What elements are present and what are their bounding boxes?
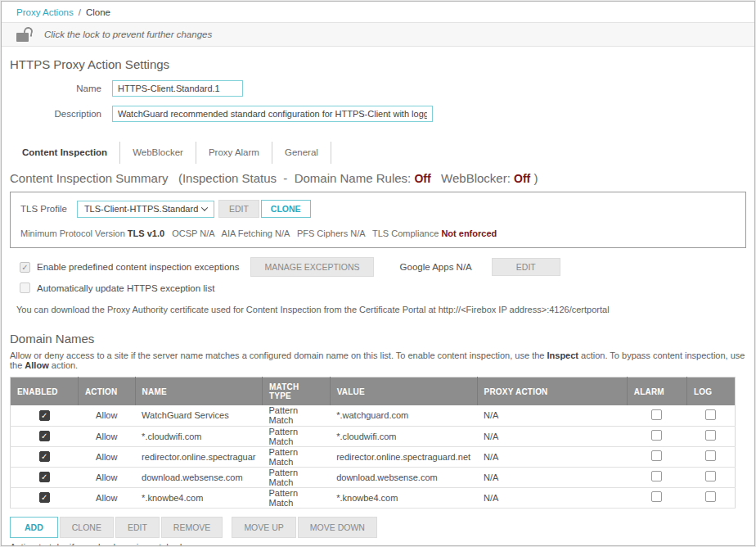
exceptions-section: ✓ Enable predefined content inspection e… — [20, 257, 754, 293]
row-action: Allow — [78, 405, 135, 426]
tab-webblocker[interactable]: WebBlocker — [120, 142, 196, 164]
predefined-exceptions-checkbox[interactable]: ✓ — [20, 262, 30, 273]
breadcrumb: Proxy Actions/Clone — [2, 2, 754, 23]
summary-webblocker-label: WebBlocker: — [431, 171, 514, 185]
table-row[interactable]: ✓AllowWatchGuard ServicesPattern Match*.… — [11, 405, 736, 426]
tab-general[interactable]: General — [272, 142, 331, 164]
row-value: *.knowbe4.com — [330, 487, 477, 508]
row-alarm-checkbox[interactable] — [651, 471, 662, 481]
row-proxy-action: N/A — [477, 426, 627, 446]
table-row[interactable]: ✓Allowdownload.websense.comPattern Match… — [11, 467, 736, 487]
tab-content-inspection[interactable]: Content Inspection — [10, 142, 120, 164]
breadcrumb-separator: / — [79, 7, 81, 17]
inspect-keyword: Inspect — [547, 350, 579, 360]
row-action: Allow — [78, 467, 135, 487]
summary-suffix: ) — [530, 171, 538, 185]
row-value: redirector.online.spectraguard.net — [330, 446, 477, 467]
page-title: HTTPS Proxy Action Settings — [10, 57, 754, 71]
col-alarm: ALARM — [627, 377, 686, 406]
allow-keyword: Allow — [25, 360, 48, 370]
row-enabled-checkbox[interactable]: ✓ — [39, 431, 50, 441]
row-enabled-checkbox[interactable]: ✓ — [39, 472, 50, 482]
clone-button[interactable]: CLONE — [60, 517, 114, 538]
name-label: Name — [2, 84, 112, 93]
name-row: Name — [2, 80, 754, 97]
table-header-row: ENABLED ACTION NAME MATCH TYPE VALUE PRO… — [11, 377, 736, 406]
row-log-checkbox[interactable] — [705, 491, 716, 502]
row-alarm-checkbox[interactable] — [651, 409, 662, 420]
col-value: VALUE — [330, 377, 477, 406]
table-row[interactable]: ✓Allow*.knowbe4.comPattern Match*.knowbe… — [11, 487, 736, 508]
row-name: redirector.online.spectraguar — [135, 446, 262, 467]
row-value: *.cloudwifi.com — [330, 426, 477, 446]
tls-profile-selected-value: TLS-Client-HTTPS.Standard — [84, 204, 198, 214]
row-alarm-checkbox[interactable] — [651, 491, 662, 502]
remove-button[interactable]: REMOVE — [161, 517, 223, 538]
row-name: download.websense.com — [135, 467, 262, 487]
row-name: *.knowbe4.com — [135, 487, 262, 508]
name-input[interactable] — [112, 80, 243, 97]
row-alarm-checkbox[interactable] — [651, 430, 662, 441]
col-match-type: MATCH TYPE — [263, 377, 331, 406]
row-match-type: Pattern Match — [263, 426, 331, 446]
row-value: download.websense.com — [330, 467, 477, 487]
description-row: Description — [2, 106, 754, 122]
edit-button[interactable]: EDIT — [115, 517, 160, 538]
row-alarm-checkbox[interactable] — [651, 450, 662, 461]
webblocker-status: Off — [514, 172, 530, 185]
summary-status-prefix: (Inspection Status - Domain Name Rules: — [168, 171, 414, 185]
row-enabled-checkbox[interactable]: ✓ — [39, 451, 50, 462]
auto-update-exceptions-label: Automatically update HTTPS exception lis… — [37, 283, 214, 293]
move-down-button[interactable]: MOVE DOWN — [298, 517, 377, 538]
row-enabled-checkbox[interactable]: ✓ — [39, 492, 50, 503]
add-button[interactable]: ADD — [10, 517, 58, 538]
row-log-checkbox[interactable] — [705, 450, 716, 461]
table-row[interactable]: ✓Allowredirector.online.spectraguarPatte… — [11, 446, 736, 467]
tls-middle-details: OCSP N/A AIA Fetching N/A PFS Ciphers N/… — [164, 228, 441, 238]
domain-names-table: ENABLED ACTION NAME MATCH TYPE VALUE PRO… — [10, 377, 736, 509]
https-proxy-action-page: Proxy Actions/Clone Click the lock to pr… — [1, 1, 755, 546]
row-action: Allow — [78, 446, 135, 467]
manage-exceptions-button[interactable]: MANAGE EXCEPTIONS — [250, 257, 373, 277]
tls-profile-select[interactable]: TLS-Client-HTTPS.Standard — [77, 201, 214, 218]
row-action: Allow — [78, 426, 135, 446]
row-match-type: Pattern Match — [263, 446, 331, 467]
row-log-checkbox[interactable] — [705, 471, 716, 481]
row-value: *.watchguard.com — [330, 405, 477, 426]
move-up-button[interactable]: MOVE UP — [232, 517, 295, 538]
breadcrumb-proxy-actions-link[interactable]: Proxy Actions — [16, 7, 74, 17]
row-proxy-action: N/A — [477, 467, 627, 487]
tab-bar: Content Inspection WebBlocker Proxy Alar… — [10, 142, 754, 164]
chevron-down-icon — [201, 204, 208, 210]
no-rule-matched-text: Action to take if no rule above is match… — [10, 542, 754, 547]
row-log-checkbox[interactable] — [705, 409, 716, 420]
tls-clone-button[interactable]: CLONE — [261, 200, 311, 218]
col-action: ACTION — [78, 377, 135, 406]
domain-table-body: ✓AllowWatchGuard ServicesPattern Match*.… — [11, 405, 736, 508]
tls-min-protocol-value: TLS v1.0 — [128, 228, 164, 238]
tls-details-line: Minimum Protocol Version TLS v1.0 OCSP N… — [20, 228, 736, 238]
google-apps-edit-button[interactable]: EDIT — [492, 258, 560, 276]
domain-names-title: Domain Names — [10, 332, 754, 346]
row-enabled-checkbox[interactable]: ✓ — [39, 410, 50, 421]
domain-names-description: Allow or deny access to a site if the se… — [10, 350, 746, 370]
tls-profile-label: TLS Profile — [20, 204, 67, 214]
description-input[interactable] — [112, 106, 433, 122]
row-proxy-action: N/A — [477, 446, 627, 467]
col-name: NAME — [135, 377, 262, 406]
predefined-exceptions-label: Enable predefined content inspection exc… — [37, 262, 239, 272]
unlock-icon[interactable] — [16, 27, 36, 43]
row-log-checkbox[interactable] — [705, 430, 716, 441]
auto-update-exceptions-checkbox[interactable] — [20, 283, 30, 293]
row-match-type: Pattern Match — [263, 487, 331, 508]
tab-proxy-alarm[interactable]: Proxy Alarm — [196, 142, 272, 164]
row-action: Allow — [78, 487, 135, 508]
row-proxy-action: N/A — [477, 405, 627, 426]
tls-min-protocol-label: Minimum Protocol Version — [20, 228, 128, 238]
tls-edit-button[interactable]: EDIT — [218, 200, 259, 218]
row-name: *.cloudwifi.com — [135, 426, 262, 446]
domain-table-toolbar: ADD CLONE EDIT REMOVE MOVE UP MOVE DOWN — [10, 517, 754, 538]
table-row[interactable]: ✓Allow*.cloudwifi.comPattern Match*.clou… — [11, 426, 736, 446]
lock-bar: Click the lock to prevent further change… — [2, 23, 754, 47]
tls-compliance-value: Not enforced — [441, 228, 497, 238]
